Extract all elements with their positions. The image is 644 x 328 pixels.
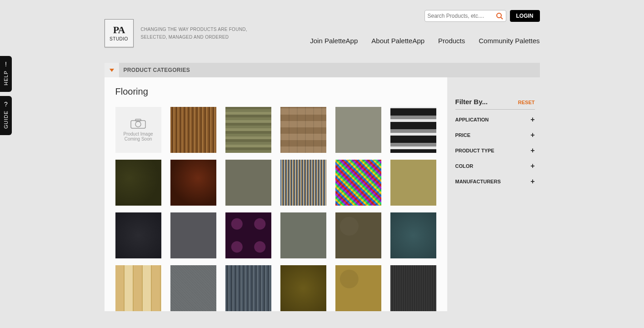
- product-tile[interactable]: [225, 107, 271, 153]
- plus-icon: +: [530, 162, 534, 170]
- filter-label: PRICE: [455, 132, 471, 138]
- product-tile[interactable]: [335, 265, 381, 311]
- filter-header: Filter By... RESET: [455, 98, 535, 110]
- filter-title: Filter By...: [455, 98, 488, 106]
- product-tile-placeholder[interactable]: Product Image Coming Soon: [115, 107, 161, 153]
- filter-reset[interactable]: RESET: [518, 100, 535, 105]
- svg-line-1: [501, 17, 503, 19]
- product-tile[interactable]: [225, 265, 271, 311]
- product-tile[interactable]: [390, 265, 436, 311]
- main-nav: Join PaletteApp About PaletteApp Product…: [310, 37, 539, 47]
- placeholder-line2: Coming Soon: [125, 136, 152, 141]
- product-grid: Product Image Coming Soon: [115, 107, 436, 311]
- question-icon: ?: [2, 101, 10, 108]
- product-tile[interactable]: [280, 160, 326, 206]
- product-tile[interactable]: [170, 107, 216, 153]
- product-tile[interactable]: [390, 160, 436, 206]
- product-tile[interactable]: [170, 160, 216, 206]
- content: Flooring Product Image Coming Soon: [105, 77, 540, 311]
- product-tile[interactable]: [115, 160, 161, 206]
- filter-label: MANUFACTURERS: [455, 179, 501, 184]
- header: PA STUDIO CHANGING THE WAY PRODUCTS ARE …: [105, 0, 540, 47]
- product-tile[interactable]: [115, 265, 161, 311]
- nav-about[interactable]: About PaletteApp: [371, 37, 424, 45]
- category-bar-label: PRODUCT CATEGORIES: [124, 63, 190, 77]
- product-tile[interactable]: [335, 160, 381, 206]
- plus-icon: +: [530, 131, 534, 139]
- product-tile[interactable]: [280, 107, 326, 153]
- help-tab[interactable]: ! HELP: [0, 56, 12, 92]
- filter-price[interactable]: PRICE +: [455, 127, 535, 142]
- svg-rect-5: [135, 119, 141, 121]
- camera-icon: [130, 119, 146, 129]
- product-tile[interactable]: [170, 265, 216, 311]
- page-title: Flooring: [115, 86, 436, 97]
- product-tile[interactable]: [225, 160, 271, 206]
- product-tile[interactable]: [390, 107, 436, 153]
- guide-tab-label: GUIDE: [3, 111, 9, 129]
- plus-icon: +: [530, 147, 534, 154]
- product-tile[interactable]: [280, 212, 326, 258]
- category-trigger[interactable]: [105, 63, 119, 77]
- filter-label: PRODUCT TYPE: [455, 148, 494, 153]
- filter-sidebar: Filter By... RESET APPLICATION + PRICE +…: [447, 77, 540, 311]
- filter-application[interactable]: APPLICATION +: [455, 111, 535, 127]
- nav-join[interactable]: Join PaletteApp: [310, 37, 358, 45]
- svg-point-4: [135, 121, 141, 127]
- help-tab-label: HELP: [3, 71, 9, 86]
- filter-color[interactable]: COLOR +: [455, 158, 535, 173]
- filter-product-type[interactable]: PRODUCT TYPE +: [455, 142, 535, 158]
- login-button[interactable]: LOGIN: [510, 10, 540, 22]
- placeholder-line1: Product Image: [123, 131, 153, 136]
- search-icon[interactable]: [496, 12, 503, 20]
- search-input[interactable]: [428, 13, 496, 19]
- logo[interactable]: PA STUDIO: [105, 19, 134, 47]
- nav-community[interactable]: Community Palettes: [479, 37, 539, 45]
- category-bar[interactable]: PRODUCT CATEGORIES: [105, 63, 540, 77]
- product-tile[interactable]: [170, 212, 216, 258]
- product-tile[interactable]: [280, 265, 326, 311]
- nav-products[interactable]: Products: [438, 37, 465, 45]
- product-tile[interactable]: [390, 212, 436, 258]
- search-field[interactable]: [424, 10, 506, 22]
- tagline-line1: CHANGING THE WAY PRODUCTS ARE FOUND,: [141, 25, 247, 33]
- product-tile[interactable]: [115, 212, 161, 258]
- filter-manufacturers[interactable]: MANUFACTURERS +: [455, 173, 535, 189]
- plus-icon: +: [530, 178, 534, 185]
- plus-icon: +: [530, 116, 534, 123]
- svg-point-0: [497, 13, 501, 18]
- guide-tab[interactable]: ? GUIDE: [0, 96, 12, 135]
- tagline-line2: SELECTED, MANAGED AND ORDERED: [141, 33, 247, 41]
- logo-sub: STUDIO: [110, 37, 128, 41]
- product-tile[interactable]: [335, 212, 381, 258]
- logo-main: PA: [113, 25, 125, 35]
- svg-marker-2: [110, 69, 114, 72]
- filter-label: APPLICATION: [455, 117, 489, 122]
- tagline: CHANGING THE WAY PRODUCTS ARE FOUND, SEL…: [141, 25, 247, 41]
- exclamation-icon: !: [2, 61, 10, 68]
- product-tile[interactable]: [225, 212, 271, 258]
- content-main: Flooring Product Image Coming Soon: [105, 77, 447, 311]
- product-tile[interactable]: [335, 107, 381, 153]
- topbar: LOGIN: [424, 10, 540, 22]
- filter-label: COLOR: [455, 163, 474, 169]
